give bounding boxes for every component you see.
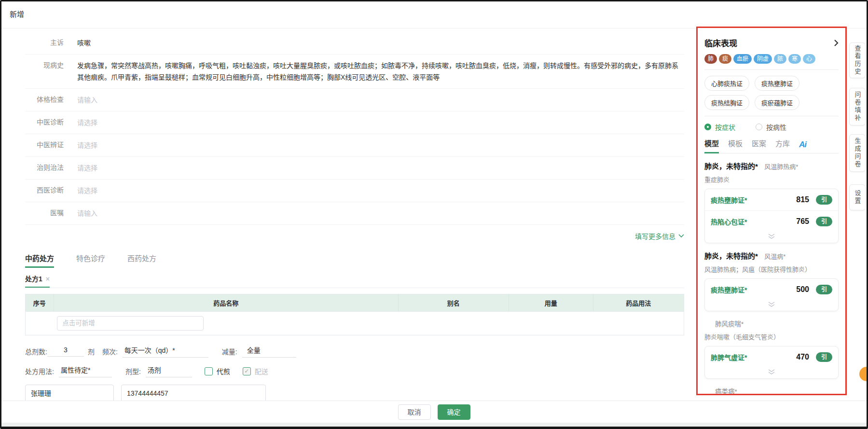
syndrome-name[interactable]: 痰热壅肺证* [711,285,747,294]
tcm-syndrome-select[interactable]: 请选择 [77,139,684,151]
tag-yin-deficiency[interactable]: 阴虚 [754,54,772,64]
patient-name-input[interactable]: 张珊珊 [25,385,114,402]
expand-chevron[interactable] [705,232,838,243]
clinical-manifestation-panel: 临床表现 肺 痰 血瘀 阴虚 脓 寒 心 心肺痰热证 痰热壅肺证 痰热结胸证 痰… [696,27,847,395]
tab-chinese-prescription[interactable]: 中药处方 [25,253,54,268]
patient-phone-input[interactable]: 13744444457 [121,385,266,402]
page-title: 新增 [10,9,24,19]
tab-model[interactable]: 模型 [704,138,719,153]
usage-select[interactable]: 属性待定* [59,365,112,377]
syndrome-pill[interactable]: 心肺痰热证 [704,76,749,91]
cite-button[interactable]: 引 [816,285,832,294]
expand-chevron[interactable] [705,368,838,378]
checkbox-checked-icon[interactable] [243,367,251,375]
radio-unselected-icon [756,124,762,130]
side-tab-questionnaire-fill[interactable]: 问卷填补 [849,88,866,125]
divider [704,116,839,116]
syndrome-name[interactable]: 痰热壅肺证* [711,195,747,205]
chevron-right-icon[interactable] [834,39,839,47]
form-row-doctor-advice: 医嘱 请输入 [25,202,684,225]
radio-by-symptom[interactable]: 按症状 [704,122,735,132]
syndrome-count: 470 [796,353,809,361]
syndrome-row: 热陷心包证* 765 引 [705,210,838,232]
syndrome-pill[interactable]: 痰热结胸证 [704,95,749,110]
side-tab-settings[interactable]: 设置 [849,184,866,210]
diagnosis-group: 肺炎，未特指的* 风温肺热病* 重症肺炎 痰热壅肺证* 815 引 热陷心包证*… [704,161,839,243]
add-drug-input[interactable]: 点击可新增 [57,316,204,331]
patient-row: 张珊珊 13744444457 [25,385,684,402]
confirm-button[interactable]: 确定 [438,404,470,420]
col-usage: 药品用法 [593,294,684,312]
tag-blood-stasis[interactable]: 血瘀 [733,54,752,64]
drug-table-header-row: 序号 药品名称 别名 用量 药品用法 [26,294,684,312]
western-diagnosis-select[interactable]: 请选择 [77,185,684,196]
form-row-present-illness: 现病史 发病急骤，常突然寒战高热，咳嗽胸痛，呼吸气粗，咳吐黏浊痰，咳吐大量腥臭脓… [25,55,684,89]
dose-row-2: 处方用法: 属性待定* 剂型: 汤剂 代煎 配送 [25,365,684,377]
checkbox-unchecked-icon[interactable] [205,367,213,375]
chief-complaint-input[interactable]: 咳嗽 [77,37,684,49]
group-title: 肺炎，未特指的* [704,162,758,170]
tab-medical-case[interactable]: 医案 [752,138,766,153]
present-illness-input[interactable]: 发病急骤，常突然寒战高热，咳嗽胸痛，呼吸气粗，咳吐黏浊痰，咳吐大量腥臭脓痰，或咳… [77,60,684,83]
drug-table-add-row: 点击可新增 [26,312,684,335]
dosage-form-select[interactable]: 汤剂 [146,365,192,377]
tab-special-treatment[interactable]: 特色诊疗 [76,253,105,268]
decoct-checkbox[interactable]: 代煎 [205,366,230,376]
physical-exam-input[interactable]: 请输入 [77,94,684,106]
tab-formula-library[interactable]: 方库 [775,138,790,153]
group-title: 肺炎，未特指的* [704,252,758,260]
usage-label: 处方用法: [25,366,54,376]
close-icon[interactable]: × [46,275,50,283]
mode-radios: 按症状 按病性 [704,122,839,132]
ai-tab-icon[interactable]: Ai [799,140,806,153]
syndrome-pill[interactable]: 痰瘀蕴肺证 [755,95,799,110]
decoct-label: 代煎 [217,366,230,376]
tcm-diagnosis-select[interactable]: 请选择 [77,117,684,128]
side-tab-view-history[interactable]: 查看历史 [849,42,866,78]
col-dosage: 用量 [509,294,593,312]
physical-exam-label: 体格检查 [25,94,64,105]
form-row-tcm-syndrome: 中医辨证 请选择 [25,134,684,157]
group-title-row: 肺炎，未特指的* 风温病* [704,250,839,261]
tag-phlegm[interactable]: 痰 [719,54,731,64]
delivery-checkbox[interactable]: 配送 [243,366,268,376]
syndrome-name[interactable]: 热陷心包证* [711,217,747,226]
prescription-1-tab[interactable]: 处方1× [25,274,50,288]
present-illness-label: 现病史 [25,60,64,70]
reduction-select[interactable]: 全量 [242,345,296,358]
group-title: 癌类病* [704,388,737,395]
expand-chevron[interactable] [705,300,838,311]
tag-heart[interactable]: 心 [803,54,815,64]
diagnosis-group: 癌类病* 癌病 热毒炽盛证* 420 引 [704,386,839,395]
frequency-label: 频次: [102,346,118,356]
tag-pus[interactable]: 脓 [774,54,786,64]
total-doses-label: 总剂数: [25,346,47,356]
cancel-button[interactable]: 取消 [398,404,431,420]
cite-button[interactable]: 引 [816,217,832,226]
floating-action-dot[interactable] [859,367,868,381]
treatment-principle-label: 治则治法 [25,162,64,173]
fill-more-info-link[interactable]: 填写更多信息 [635,231,684,241]
syndrome-count: 500 [796,285,809,294]
dose-unit-label: 剂 [88,346,95,356]
total-doses-input[interactable]: 3 [47,346,84,357]
frequency-select[interactable]: 每天一次（qd）* [123,345,208,358]
radio-by-disease-nature[interactable]: 按病性 [756,122,786,132]
panel-title: 临床表现 [704,37,737,49]
side-tab-generate-questionnaire[interactable]: 生成问卷 [849,134,866,172]
doctor-advice-input[interactable]: 请输入 [77,208,684,219]
prescription-subtab-row: 处方1× [25,274,684,288]
tab-template[interactable]: 模板 [728,138,743,153]
tag-cold[interactable]: 寒 [788,54,801,64]
tab-western-prescription[interactable]: 西药处方 [127,253,156,268]
syndrome-count: 765 [796,217,809,226]
cite-button[interactable]: 引 [816,352,832,362]
syndrome-name[interactable]: 肺脾气虚证* [711,352,747,362]
prescription-tabs: 中药处方 特色诊疗 西药处方 [25,253,684,268]
treatment-principle-select[interactable]: 请选择 [77,162,684,174]
tag-lung[interactable]: 肺 [704,54,717,64]
cite-button[interactable]: 引 [816,195,832,205]
group-title-row: 肺炎，未特指的* 风温肺热病* [704,161,839,171]
divider [704,69,839,70]
syndrome-pill[interactable]: 痰热壅肺证 [755,76,799,91]
